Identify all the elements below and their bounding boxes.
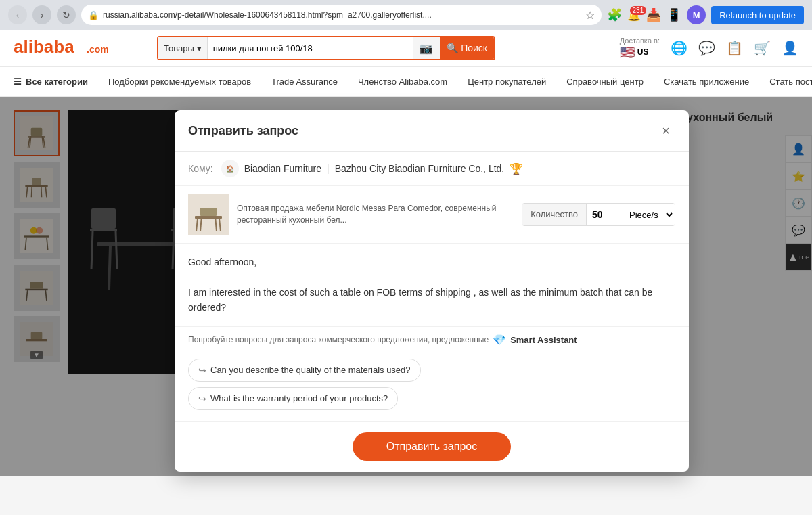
- modal-product-row: Оптовая продажа мебели Nordic Mesas Para…: [175, 186, 689, 244]
- supplier-avatar: 🏠: [221, 160, 239, 177]
- company-full-name: Bazhou City Biaodian Furniture Co., Ltd.: [335, 163, 505, 174]
- search-dropdown[interactable]: Товары ▾: [158, 37, 208, 59]
- downloads-icon[interactable]: 📥: [646, 7, 661, 22]
- suggestion-text-2: What is the warranty period of your prod…: [210, 393, 388, 403]
- recommended-nav[interactable]: Подборки рекомендуемых товаров: [108, 76, 251, 87]
- modal-to-row: Кому: 🏠 Biaodian Furniture | Bazhou City…: [175, 152, 689, 186]
- quantity-label: Количество: [522, 204, 587, 225]
- quantity-box: Количество Piece/s: [522, 203, 675, 226]
- smart-assistant-brand: Smart Assistant: [510, 335, 577, 345]
- page-content: ▼ Оптовая продажа мебели Nordic Mesas Pa…: [0, 97, 812, 476]
- become-supplier-nav[interactable]: Стать поставщиком: [769, 76, 812, 87]
- supplier-short-name: Biaodian Furniture: [244, 163, 321, 174]
- extensions-icon[interactable]: 🧩: [607, 7, 622, 22]
- url-text: russian.alibaba.com/p-detail/Wholesale-1…: [103, 10, 581, 20]
- message-text[interactable]: Good afternoon, I am interested in the c…: [188, 254, 675, 315]
- svg-text:.com: .com: [87, 44, 109, 55]
- delivery-info: Доставка в: 🇺🇸 US: [620, 37, 660, 60]
- notifications-icon[interactable]: 🔔231: [627, 9, 641, 22]
- bookmark-icon[interactable]: ☆: [585, 9, 595, 22]
- modal-header: Отправить запрос ×: [175, 110, 689, 152]
- smart-assistant-intro-text: Попробуйте вопросы для запроса коммерчес…: [188, 335, 489, 344]
- user-icon: 👤: [782, 40, 798, 56]
- modal-title: Отправить запрос: [188, 124, 298, 138]
- gold-supplier-badge-icon: 🏆: [510, 162, 523, 175]
- smart-assistant-row: Попробуйте вопросы для запроса коммерчес…: [175, 326, 689, 353]
- shopping-cart-icon: 🛒: [754, 40, 771, 56]
- hamburger-icon: ☰: [14, 76, 22, 87]
- orders-icon[interactable]: 📋: [726, 40, 743, 56]
- membership-nav[interactable]: Членство Alibaba.com: [358, 76, 447, 87]
- buyer-center-nav[interactable]: Центр покупателей: [468, 76, 546, 87]
- quantity-unit-select[interactable]: Piece/s: [621, 204, 675, 225]
- relaunch-button[interactable]: Relaunch to update: [711, 6, 804, 24]
- message-body: I am interested in the cost of such a ta…: [188, 287, 652, 313]
- chat-icon: 💬: [698, 40, 715, 56]
- arrow-icon-2: ↪: [198, 393, 206, 404]
- all-categories-nav[interactable]: ☰ Все категории: [14, 76, 88, 87]
- help-center-nav[interactable]: Справочный центр: [566, 76, 644, 87]
- alibaba-header: alibaba .com Товары ▾ 📷 🔍 Поиск Доставка…: [0, 30, 812, 67]
- cart-icon[interactable]: 🛒: [754, 40, 771, 56]
- orders-bag-icon: 📋: [726, 40, 743, 56]
- smart-assistant-icon: 💎: [493, 334, 506, 346]
- modal-product-thumbnail: [188, 194, 229, 235]
- dropdown-arrow-icon: ▾: [197, 43, 202, 53]
- globe-icon: 🌐: [671, 40, 687, 56]
- search-box: Товары ▾ 📷 🔍 Поиск: [157, 36, 495, 60]
- search-icon: 🔍: [447, 43, 458, 53]
- search-input[interactable]: [208, 37, 413, 59]
- language-icon[interactable]: 🌐: [671, 40, 687, 56]
- cast-icon[interactable]: 📱: [667, 7, 681, 22]
- header-icons: Доставка в: 🇺🇸 US 🌐 💬 📋 🛒 👤: [620, 37, 798, 60]
- profile-icon[interactable]: M: [687, 5, 706, 24]
- url-bar[interactable]: 🔒 russian.alibaba.com/p-detail/Wholesale…: [81, 5, 602, 25]
- svg-rect-47: [195, 216, 222, 219]
- to-label: Кому:: [188, 163, 213, 174]
- notification-badge: 231: [630, 6, 647, 15]
- message-greeting: Good afternoon,: [188, 256, 256, 267]
- back-button[interactable]: ‹: [8, 5, 27, 24]
- modal-product-description: Оптовая продажа мебели Nordic Mesas Para…: [237, 203, 514, 226]
- suggestion-text-1: Can you describe the quality of the mate…: [210, 365, 411, 375]
- refresh-button[interactable]: ↻: [57, 5, 76, 24]
- alibaba-logo[interactable]: alibaba .com: [14, 34, 149, 62]
- search-button[interactable]: 🔍 Поиск: [440, 37, 494, 59]
- nav-bar: ☰ Все категории Подборки рекомендуемых т…: [0, 67, 812, 97]
- arrow-icon-1: ↪: [198, 365, 206, 376]
- suggestions-area: ↪ Can you describe the quality of the ma…: [175, 353, 689, 421]
- svg-text:🏠: 🏠: [226, 164, 235, 173]
- browser-chrome: ‹ › ↻ 🔒 russian.alibaba.com/p-detail/Who…: [0, 0, 812, 30]
- submit-inquiry-button[interactable]: Отправить запрос: [353, 432, 511, 461]
- send-inquiry-modal: Отправить запрос × Кому: 🏠 Biaodian Furn…: [175, 110, 689, 472]
- trade-assurance-nav[interactable]: Trade Assurance: [271, 76, 338, 87]
- account-icon[interactable]: 👤: [782, 40, 798, 56]
- svg-text:alibaba: alibaba: [14, 37, 74, 57]
- flag-icon: 🇺🇸: [620, 45, 635, 60]
- suggestion-chip-2[interactable]: ↪ What is the warranty period of your pr…: [188, 387, 398, 410]
- suggestion-chip-1[interactable]: ↪ Can you describe the quality of the ma…: [188, 359, 421, 382]
- svg-rect-48: [200, 208, 217, 216]
- modal-close-button[interactable]: ×: [656, 121, 675, 140]
- messages-icon[interactable]: 💬: [698, 40, 715, 56]
- forward-button[interactable]: ›: [32, 5, 51, 24]
- quantity-input[interactable]: [587, 204, 621, 225]
- separator: |: [327, 163, 330, 174]
- camera-search-button[interactable]: 📷: [413, 37, 440, 59]
- modal-footer: Отправить запрос: [175, 421, 689, 472]
- download-app-nav[interactable]: Скачать приложение: [664, 76, 749, 87]
- message-area[interactable]: Good afternoon, I am interested in the c…: [175, 244, 689, 326]
